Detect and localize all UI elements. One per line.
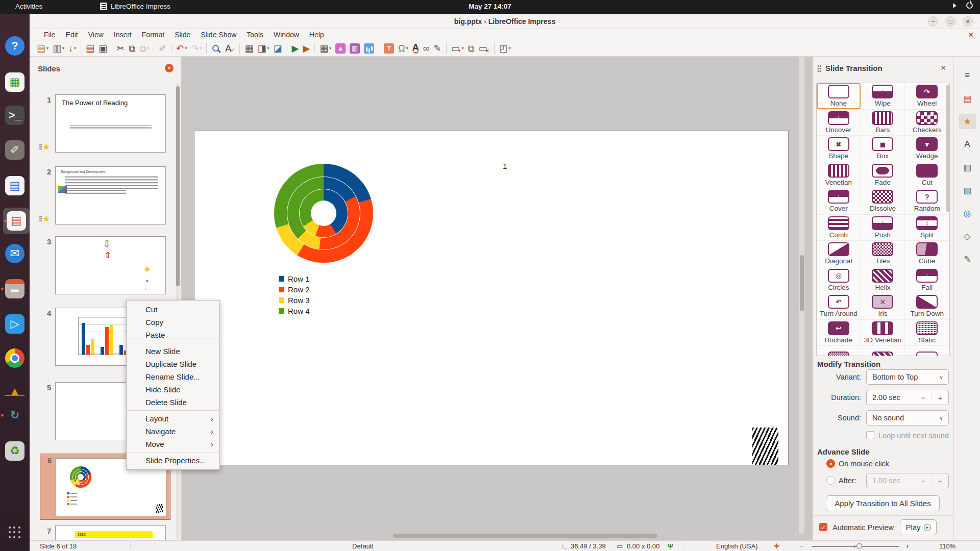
new-presentation-icon[interactable]: ▤▾ (35, 43, 50, 54)
clock[interactable]: May 27 14:07 (469, 3, 511, 10)
tab-sidebar-settings[interactable]: ≡ (959, 68, 976, 83)
transition-cut[interactable]: Cut (905, 162, 949, 189)
transition-helix[interactable]: Helix (861, 267, 905, 294)
close-button[interactable]: ✕ (963, 16, 973, 27)
slide-thumbnail-1[interactable]: The Power of Reading (55, 94, 166, 153)
context-layout[interactable]: Layout› (127, 412, 219, 425)
panel-grip-icon[interactable] (817, 65, 821, 72)
language-status[interactable]: English (USA) (716, 542, 758, 550)
slide-number-text[interactable]: 1 (503, 162, 507, 170)
insert-media-icon[interactable]: ▥ (348, 42, 361, 55)
context-new-slide[interactable]: New Slide (127, 345, 219, 358)
slide-canvas[interactable]: Row 1Row 2Row 3Row 4 1 (194, 131, 789, 465)
dock-vscode[interactable]: ▷ (0, 311, 30, 337)
transition-partial[interactable] (861, 346, 905, 356)
master-slide-status[interactable]: Default (352, 542, 373, 550)
menu-edit[interactable]: Edit (61, 30, 83, 40)
tab-properties[interactable]: ▤ (959, 91, 976, 106)
horizontal-scrollbar-thumb[interactable] (393, 534, 657, 538)
transition-shape[interactable]: ✖Shape (817, 136, 861, 162)
context-rename-slide[interactable]: Rename Slide... (127, 370, 219, 383)
tab-gallery[interactable]: ▧ (959, 183, 976, 198)
donut-chart[interactable] (274, 163, 374, 263)
transition-dissolve[interactable]: Dissolve (861, 188, 905, 215)
insert-table-icon[interactable]: ▦▾ (318, 43, 333, 54)
menu-file[interactable]: File (39, 30, 61, 40)
minimize-button[interactable]: − (928, 16, 938, 27)
transition-fade[interactable]: Fade (861, 162, 905, 189)
variant-dropdown[interactable]: Bottom to Top ∨ (866, 369, 949, 385)
dock-vlc[interactable]: ▲ (0, 378, 30, 405)
play-button[interactable]: Play ▶ (900, 519, 937, 535)
transition-iris[interactable]: ✕Iris (861, 293, 905, 320)
zebra-image[interactable] (752, 428, 778, 465)
export-pdf-icon[interactable]: ▤ (84, 43, 96, 54)
transition-wheel[interactable]: ↷Wheel (905, 83, 949, 110)
context-copy[interactable]: Copy (127, 316, 219, 329)
delete-slide-icon[interactable]: ▭✕ (477, 42, 491, 55)
slides-scrollbar-thumb[interactable] (176, 86, 180, 286)
menu-help[interactable]: Help (304, 30, 329, 40)
transition-comb[interactable]: Comb (817, 215, 861, 241)
zoom-in-button[interactable]: + (905, 542, 910, 550)
transition-tiles[interactable]: Tiles (861, 241, 905, 267)
slide-count-status[interactable]: Slide 6 of 18 (40, 542, 77, 550)
dock-trash[interactable]: ♻ (0, 438, 30, 464)
undo-icon[interactable]: ↶▾ (175, 43, 188, 54)
slide-thumbnail-3[interactable]: ⇩⇧✦●← (55, 236, 166, 294)
copy-icon[interactable]: ⧉ (127, 43, 137, 54)
duplicate-slide-icon[interactable]: ⧉ (467, 43, 476, 54)
dock-software-updater[interactable]: ↻ (0, 402, 30, 429)
transition-partial[interactable] (817, 346, 861, 356)
dock-terminal[interactable]: >_ (0, 102, 30, 129)
open-document-icon[interactable]: ▥▾ (51, 43, 66, 54)
zoom-out-button[interactable]: − (799, 542, 803, 550)
fontwork-icon[interactable]: A (411, 42, 421, 55)
transition-partial[interactable]: ◎ (905, 346, 949, 356)
context-paste[interactable]: Paste (127, 329, 219, 341)
zoom-level-status[interactable]: 110% (939, 542, 955, 550)
dock-help[interactable]: ? (0, 33, 30, 59)
cut-icon[interactable]: ✂ (115, 43, 126, 54)
tab-shapes[interactable]: ◇ (959, 229, 976, 244)
transition-static[interactable]: Static (905, 320, 949, 346)
insert-image-icon[interactable]: ▲ (334, 42, 347, 55)
transition-scrollbar-thumb[interactable] (946, 85, 949, 212)
context-slide-properties[interactable]: Slide Properties... (127, 454, 219, 467)
slides-panel-close-icon[interactable]: ✕ (165, 64, 174, 72)
transition-bars[interactable]: Bars (861, 110, 905, 136)
context-delete-slide[interactable]: Delete Slide (127, 396, 219, 409)
dock-libreoffice-impress[interactable]: ▤ (3, 208, 30, 234)
context-duplicate-slide[interactable]: Duplicate Slide (127, 358, 219, 370)
panel-close-icon[interactable]: ✕ (940, 64, 946, 72)
system-tray[interactable] (953, 2, 973, 9)
context-hide-slide[interactable]: Hide Slide (127, 383, 219, 396)
tab-styles[interactable]: ✎ (959, 252, 976, 267)
menu-slide-show[interactable]: Slide Show (195, 30, 241, 40)
slide-thumbnail-7[interactable]: 2383 (55, 525, 166, 540)
transition-uncover[interactable]: ↓Uncover (817, 110, 861, 136)
focused-app-indicator[interactable]: LibreOffice Impress (100, 3, 170, 10)
menu-insert[interactable]: Insert (109, 30, 137, 40)
menu-format[interactable]: Format (137, 30, 169, 40)
tab-master-slides[interactable]: ▥ (959, 160, 976, 175)
close-document-button[interactable]: ✕ (968, 31, 974, 39)
tab-slide-transition[interactable]: ★ (959, 114, 976, 129)
transition-checkers[interactable]: Checkers (905, 110, 949, 136)
activities-button[interactable]: Activities (15, 3, 42, 10)
insert-chart-icon[interactable] (362, 42, 376, 55)
transition-wipe[interactable]: ↑Wipe (861, 83, 905, 110)
tab-navigator[interactable]: ◎ (959, 206, 976, 221)
document-modified-icon[interactable]: Ψ (668, 542, 673, 550)
start-from-first-slide-icon[interactable]: ▶ (290, 43, 301, 54)
slide-layout-icon[interactable]: ◰▾ (498, 43, 512, 54)
transition-rochade[interactable]: ↩Rochade (817, 320, 861, 346)
display-views-icon[interactable]: ◨▾ (256, 43, 271, 54)
dock-chrome[interactable] (0, 345, 30, 371)
slide-thumbnail-2[interactable]: Background and Development (55, 166, 166, 224)
draw-pen-icon[interactable]: ✎ (432, 43, 443, 54)
print-icon[interactable]: ▣ (97, 43, 109, 54)
menu-tools[interactable]: Tools (241, 30, 268, 40)
save-icon[interactable]: ↓▾ (67, 43, 78, 54)
transition-none[interactable]: None (817, 83, 861, 110)
